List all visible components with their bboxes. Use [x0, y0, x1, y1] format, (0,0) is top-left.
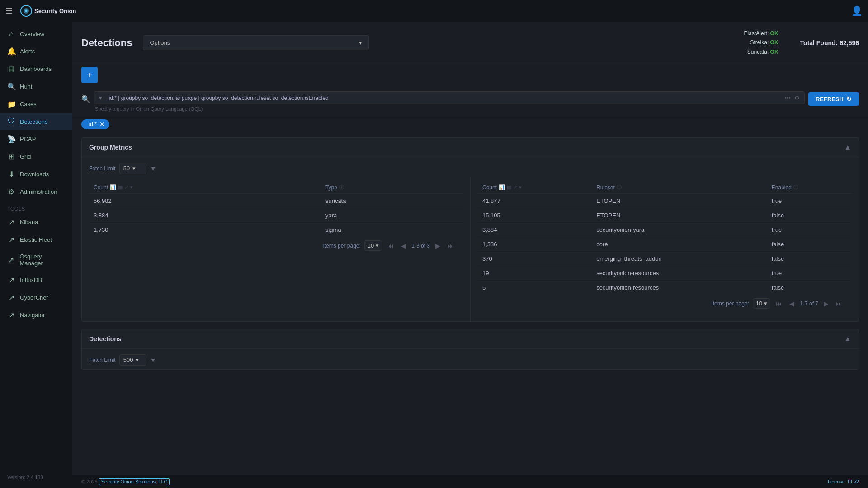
- left-next-page-icon[interactable]: ▶: [434, 241, 442, 250]
- version-label: Version: 2.4.130: [0, 470, 72, 484]
- sidebar-item-downloads[interactable]: ⬇ Downloads: [0, 165, 72, 183]
- right-ruleset-header: Ruleset ⓘ: [592, 181, 767, 194]
- count-bar-icon[interactable]: ▦: [118, 184, 123, 190]
- fetch-limit-value: 50: [123, 165, 130, 172]
- count-cell: 3,884: [89, 208, 321, 223]
- detections-filter-icon[interactable]: ▼: [150, 357, 156, 364]
- strelka-status: OK: [770, 39, 778, 46]
- user-icon[interactable]: 👤: [851, 5, 863, 16]
- sidebar-item-influxdb[interactable]: ↗ InfluxDB: [0, 271, 72, 289]
- type-info-icon[interactable]: ⓘ: [339, 184, 344, 191]
- type-cell: sigma: [321, 223, 463, 237]
- right-items-per-page-value: 10: [756, 300, 762, 307]
- table-row: 3,884yara: [89, 208, 463, 223]
- filter-tag-remove-icon[interactable]: ✕: [99, 121, 105, 128]
- sidebar-item-detections[interactable]: 🛡 Detections: [0, 113, 72, 130]
- right-next-page-icon[interactable]: ▶: [822, 299, 830, 308]
- sidebar-item-hunt[interactable]: 🔍 Hunt: [0, 78, 72, 95]
- search-chevron-icon[interactable]: ▾: [99, 94, 102, 101]
- search-settings-icon[interactable]: ⚙: [794, 94, 800, 101]
- count-expand-icon[interactable]: ⤢: [124, 184, 128, 190]
- detections-fetch-chevron-icon: ▾: [136, 357, 139, 363]
- elastalert-label: ElastAlert:: [744, 30, 769, 37]
- right-count-bar-icon[interactable]: ▦: [507, 184, 511, 190]
- ruleset-cell: securityonion-resources: [592, 266, 767, 281]
- sidebar-item-dashboards[interactable]: ▦ Dashboards: [0, 60, 72, 78]
- refresh-icon: ↻: [846, 95, 852, 103]
- type-cell: yara: [321, 208, 463, 223]
- ruleset-cell: ETOPEN: [592, 208, 767, 223]
- ruleset-cell: emerging_threats_addon: [592, 252, 767, 266]
- left-first-page-icon[interactable]: ⏮: [386, 241, 396, 250]
- sidebar-item-grid[interactable]: ⊞ Grid: [0, 148, 72, 165]
- enabled-cell: false: [767, 208, 851, 223]
- group-metrics-collapse-icon[interactable]: ▲: [844, 143, 851, 151]
- right-metrics-table: Count 📊 ▦ ⤢ ▾: [478, 181, 851, 295]
- detections-collapse-icon[interactable]: ▲: [844, 335, 851, 343]
- ruleset-cell: core: [592, 237, 767, 252]
- enabled-cell: true: [767, 223, 851, 237]
- company-link[interactable]: Security Onion Solutions, LLC: [99, 478, 170, 485]
- total-found: Total Found: 62,596: [800, 39, 859, 47]
- right-page-select[interactable]: 10 ▾: [753, 298, 770, 309]
- sidebar-item-cases[interactable]: 📁 Cases: [0, 95, 72, 113]
- sidebar-item-navigator[interactable]: ↗ Navigator: [0, 306, 72, 324]
- osquery-icon: ↗: [7, 256, 15, 264]
- sidebar-item-administration[interactable]: ⚙ Administration: [0, 183, 72, 201]
- sidebar: ⌂ Overview 🔔 Alerts ▦ Dashboards 🔍 Hunt …: [0, 22, 72, 488]
- fetch-limit-select[interactable]: 50 ▾: [119, 163, 146, 174]
- enabled-info-icon[interactable]: ⓘ: [793, 184, 798, 191]
- left-prev-page-icon[interactable]: ◀: [399, 241, 408, 250]
- hunt-icon: 🔍: [7, 82, 15, 91]
- elastalert-status: OK: [770, 30, 778, 37]
- detections-icon: 🛡: [7, 117, 15, 126]
- search-hint: Specify a query in Onion Query Language …: [94, 104, 805, 113]
- search-input-row[interactable]: ▾ _id:* | groupby so_detection.language …: [94, 91, 805, 104]
- fetch-filter-icon[interactable]: ▼: [150, 165, 156, 172]
- count-cell: 1,730: [89, 223, 321, 237]
- table-row: 15,105ETOPENfalse: [478, 208, 851, 223]
- left-page-select[interactable]: 10 ▾: [364, 240, 382, 251]
- fetch-limit-chevron-icon: ▾: [132, 165, 136, 172]
- fetch-limit-row: Fetch Limit 50 ▾ ▼: [82, 157, 859, 178]
- alerts-icon: 🔔: [7, 47, 15, 56]
- count-sort-icon[interactable]: ▾: [130, 184, 133, 190]
- table-row: 19securityonion-resourcestrue: [478, 266, 851, 281]
- refresh-button[interactable]: REFRESH ↻: [808, 92, 859, 106]
- sidebar-item-elastic-fleet[interactable]: ↗ Elastic Fleet: [0, 231, 72, 249]
- pcap-icon: 📡: [7, 135, 15, 143]
- right-first-page-icon[interactable]: ⏮: [774, 299, 784, 308]
- menu-icon[interactable]: ☰: [5, 6, 13, 16]
- fetch-limit-label: Fetch Limit: [89, 165, 116, 172]
- search-more-icon[interactable]: •••: [784, 94, 791, 101]
- sidebar-item-alerts[interactable]: 🔔 Alerts: [0, 42, 72, 60]
- count-cell: 56,982: [89, 194, 321, 208]
- svg-text:Security Onion: Security Onion: [34, 8, 76, 14]
- right-prev-page-icon[interactable]: ◀: [788, 299, 796, 308]
- license-link[interactable]: License: ELv2: [828, 479, 859, 484]
- count-chart-icon[interactable]: 📊: [110, 184, 116, 190]
- count-cell: 15,105: [478, 208, 592, 223]
- sidebar-item-kibana[interactable]: ↗ Kibana: [0, 213, 72, 231]
- right-metrics-table-wrap: Count 📊 ▦ ⤢ ▾: [470, 178, 859, 321]
- search-icon: 🔍: [81, 95, 90, 103]
- detections-section-title: Detections: [89, 335, 122, 343]
- navigator-icon: ↗: [7, 311, 15, 319]
- footer: © 2025 Security Onion Solutions, LLC Lic…: [72, 475, 868, 488]
- right-count-expand-icon[interactable]: ⤢: [513, 184, 517, 190]
- left-metrics-table-wrap: Count 📊 ▦ ⤢ ▾: [82, 178, 470, 321]
- add-button[interactable]: +: [81, 67, 98, 83]
- detections-fetch-limit-select[interactable]: 500 ▾: [119, 354, 146, 366]
- ruleset-info-icon[interactable]: ⓘ: [617, 184, 622, 191]
- right-count-chart-icon[interactable]: 📊: [499, 184, 505, 190]
- right-last-page-icon[interactable]: ⏭: [834, 299, 844, 308]
- status-block: ElastAlert: OK Strelka: OK Suricata: OK: [744, 29, 778, 56]
- right-count-sort-icon[interactable]: ▾: [519, 184, 522, 190]
- sidebar-item-overview[interactable]: ⌂ Overview: [0, 25, 72, 42]
- sidebar-item-osquery-manager[interactable]: ↗ Osquery Manager: [0, 249, 72, 271]
- sidebar-item-cyberchef[interactable]: ↗ CyberChef: [0, 289, 72, 306]
- administration-icon: ⚙: [7, 188, 15, 196]
- left-last-page-icon[interactable]: ⏭: [446, 241, 456, 250]
- options-dropdown[interactable]: Options ▾: [143, 35, 369, 50]
- sidebar-item-pcap[interactable]: 📡 PCAP: [0, 130, 72, 148]
